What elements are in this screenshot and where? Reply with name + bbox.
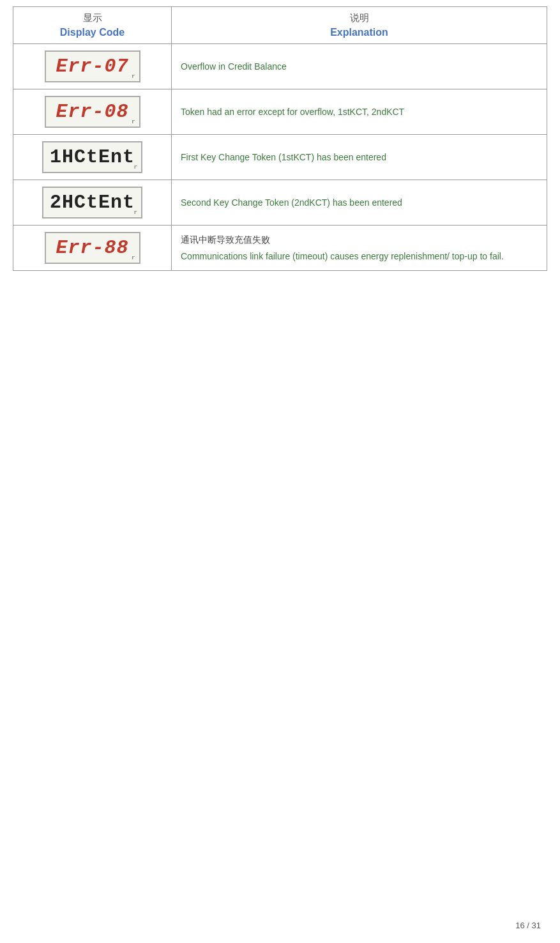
explanation-text: First Key Change Token (1stKCT) has been… xyxy=(181,150,538,164)
explanation-cell-3: Second Key Change Token (2ndKCT) has bee… xyxy=(172,180,547,226)
display-code-table: 显示 Display Code 说明 Explanation Err-07 r … xyxy=(13,6,547,271)
table-row: Err-07 r Overflow in Credit Balance xyxy=(13,44,547,89)
table-row: 2HCtEnt r Second Key Change Token (2ndKC… xyxy=(13,180,547,226)
explanation-cell-0: Overflow in Credit Balance xyxy=(172,44,547,89)
display-cell-3: 2HCtEnt r xyxy=(13,180,172,226)
col-display-cn: 显示 xyxy=(21,12,163,24)
explanation-text: Token had an error except for overflow, … xyxy=(181,105,538,119)
explanation-text: 通讯中断导致充值失败 xyxy=(181,233,538,247)
page-wrapper: 显示 Display Code 说明 Explanation Err-07 r … xyxy=(0,0,560,309)
page-number: 16 / 31 xyxy=(515,921,541,930)
table-row: 1HCtEnt r First Key Change Token (1stKCT… xyxy=(13,135,547,180)
explanation-cell-2: First Key Change Token (1stKCT) has been… xyxy=(172,135,547,180)
col-header-display: 显示 Display Code xyxy=(13,7,172,44)
explanation-text: Overflow in Credit Balance xyxy=(181,59,538,73)
display-cell-0: Err-07 r xyxy=(13,44,172,89)
col-display-en: Display Code xyxy=(21,27,163,38)
col-explain-cn: 说明 xyxy=(179,12,539,24)
explanation-cell-4: 通讯中断导致充值失败Communications link failure (t… xyxy=(172,226,547,271)
col-explain-en: Explanation xyxy=(179,27,539,38)
explanation-text: Communications link failure (timeout) ca… xyxy=(181,249,538,263)
explanation-text: Second Key Change Token (2ndKCT) has bee… xyxy=(181,195,538,210)
display-cell-1: Err-08 r xyxy=(13,89,172,135)
display-cell-2: 1HCtEnt r xyxy=(13,135,172,180)
col-header-explanation: 说明 Explanation xyxy=(172,7,547,44)
table-row: Err-08 r Token had an error except for o… xyxy=(13,89,547,135)
display-cell-4: Err-88 r xyxy=(13,226,172,271)
explanation-cell-1: Token had an error except for overflow, … xyxy=(172,89,547,135)
table-row: Err-88 r 通讯中断导致充值失败Communications link f… xyxy=(13,226,547,271)
